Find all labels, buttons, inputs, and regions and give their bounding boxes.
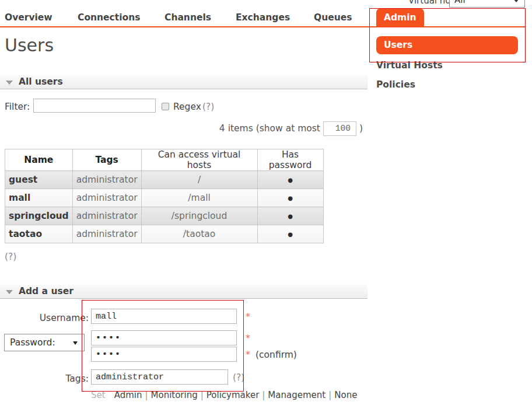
tag-link-none[interactable]: None	[334, 390, 357, 400]
user-tags-cell: administrator	[72, 207, 141, 225]
tab-connections[interactable]: Connections	[78, 12, 140, 23]
confirm-note: (confirm)	[256, 350, 297, 360]
regex-label: Regex	[173, 102, 201, 112]
tab-exchanges[interactable]: Exchanges	[236, 12, 290, 23]
rabbitmq-users-page: Virtual host: All Overview Connections C…	[0, 0, 532, 405]
set-label: Set	[91, 390, 106, 400]
tag-link-monitoring[interactable]: Monitoring	[151, 390, 198, 400]
regex-checkbox[interactable]	[162, 103, 169, 110]
tag-link-policymaker[interactable]: Policymaker	[206, 390, 260, 400]
tag-separator: |	[262, 390, 265, 400]
user-name-link[interactable]: springcloud	[5, 207, 73, 225]
all-users-section-title: All users	[19, 76, 63, 87]
password-confirm-field[interactable]	[91, 347, 237, 362]
table-header-row: Name Tags Can access virtual hosts Has p…	[5, 149, 324, 171]
virtual-host-value: All	[454, 0, 466, 5]
username-field[interactable]	[91, 309, 237, 324]
tag-separator: |	[145, 390, 148, 400]
tag-link-management[interactable]: Management	[268, 390, 326, 400]
required-asterisk: *	[246, 333, 250, 344]
items-count-row: 4 items (show at most )	[0, 121, 363, 136]
password-field[interactable]	[91, 330, 237, 345]
user-vhosts-cell: /	[141, 171, 257, 189]
filter-label: Filter:	[5, 102, 30, 112]
column-header-has-password: Has password	[257, 149, 323, 171]
password-type-select[interactable]: Password:	[4, 334, 85, 351]
show-at-most-input[interactable]	[323, 121, 356, 136]
virtual-host-select[interactable]: All	[449, 0, 525, 8]
tag-separator: |	[328, 390, 331, 400]
user-tags-cell: administrator	[72, 189, 141, 207]
tags-label: Tags:	[5, 373, 89, 384]
user-name-link[interactable]: taotao	[5, 225, 73, 243]
has-password-dot-icon: ●	[257, 189, 323, 207]
table-row: mall administrator /mall ●	[5, 189, 324, 207]
password-type-value: Password:	[10, 337, 55, 348]
required-asterisk: *	[246, 349, 250, 360]
user-vhosts-cell: /springcloud	[141, 207, 257, 225]
page-title: Users	[5, 35, 54, 55]
add-user-section-header[interactable]: Add a user	[0, 284, 368, 299]
tab-queues[interactable]: Queues	[314, 12, 352, 23]
collapse-triangle-icon	[6, 290, 13, 294]
tag-separator: |	[201, 390, 204, 400]
set-tags-row: SetAdmin|Monitoring|Policymaker|Manageme…	[91, 390, 360, 400]
filter-input[interactable]	[33, 99, 156, 113]
table-row: guest administrator / ●	[5, 171, 324, 189]
sidebar-item-policies[interactable]: Policies	[376, 79, 415, 90]
sidebar-item-virtual-hosts[interactable]: Virtual Hosts	[376, 60, 443, 71]
column-header-tags[interactable]: Tags	[72, 149, 141, 171]
chevron-down-icon	[73, 341, 78, 345]
column-header-vhosts: Can access virtual hosts	[141, 149, 257, 171]
chevron-down-icon	[513, 0, 519, 2]
user-name-link[interactable]: guest	[5, 171, 73, 189]
table-help-link[interactable]: (?)	[5, 252, 16, 262]
user-name-link[interactable]: mall	[5, 189, 73, 207]
tab-channels[interactable]: Channels	[164, 12, 211, 23]
user-vhosts-cell: /taotao	[141, 225, 257, 243]
all-users-section-header[interactable]: All users	[0, 75, 368, 89]
table-row: springcloud administrator /springcloud ●	[5, 207, 324, 225]
top-navigation: Overview Connections Channels Exchanges …	[0, 8, 526, 27]
sidebar-item-users[interactable]: Users	[376, 36, 518, 54]
has-password-dot-icon: ●	[257, 171, 323, 189]
tags-help-link[interactable]: (?)	[233, 372, 244, 383]
regex-help-link[interactable]: (?)	[202, 102, 214, 112]
user-tags-cell: administrator	[72, 171, 141, 189]
items-count-suffix: )	[359, 123, 363, 134]
tags-field[interactable]	[91, 369, 228, 385]
tag-link-admin[interactable]: Admin	[114, 390, 142, 400]
collapse-triangle-icon	[6, 81, 13, 85]
tab-overview[interactable]: Overview	[5, 12, 52, 23]
add-user-section-title: Add a user	[19, 286, 74, 296]
items-count-text: 4 items (show at most	[219, 123, 320, 134]
username-label: Username:	[5, 313, 89, 323]
user-vhosts-cell: /mall	[141, 189, 257, 207]
user-tags-cell: administrator	[72, 225, 141, 243]
has-password-dot-icon: ●	[257, 207, 323, 225]
table-row: taotao administrator /taotao ●	[5, 225, 324, 243]
tab-admin[interactable]: Admin	[376, 8, 424, 27]
users-table: Name Tags Can access virtual hosts Has p…	[5, 149, 324, 243]
column-header-name[interactable]: Name	[5, 149, 73, 171]
required-asterisk: *	[246, 311, 250, 322]
has-password-dot-icon: ●	[257, 225, 323, 243]
